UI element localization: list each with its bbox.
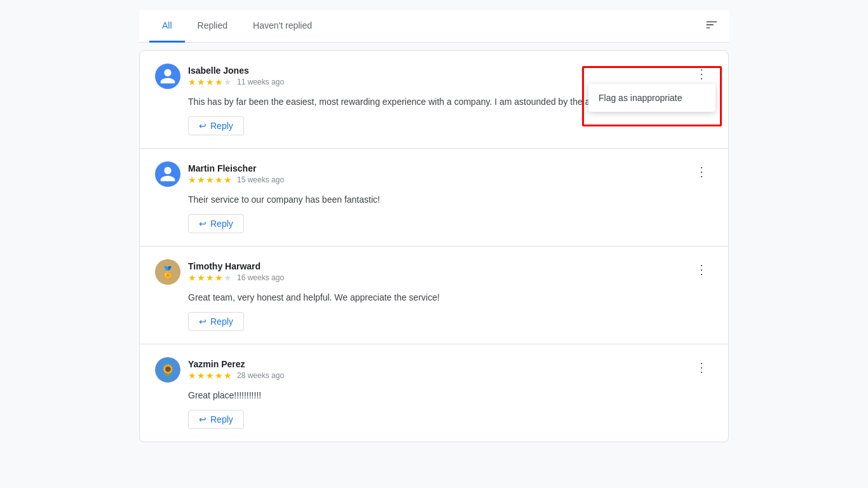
reviewer-details-martin: Martin Fleischer ★ ★ ★ ★ ★ 15 weeks ago (188, 163, 284, 185)
star-3-martin: ★ (206, 175, 214, 185)
reply-arrow-icon-yazmin: ↩ (199, 414, 207, 424)
reviewer-info-isabelle: Isabelle Jones ★ ★ ★ ★ ★ 11 weeks ago (155, 64, 284, 89)
review-time-isabelle: 11 weeks ago (237, 78, 284, 86)
reviewer-details-timothy: Timothy Harward ★ ★ ★ ★ ★ 16 weeks ago (188, 261, 284, 283)
yazmin-avatar-svg: 🌻 (155, 357, 180, 383)
review-card-isabelle: Isabelle Jones ★ ★ ★ ★ ★ 11 weeks ago (140, 51, 728, 149)
review-text-content-yazmin: Great place!!!!!!!!!!! (188, 390, 261, 400)
review-header-martin: Martin Fleischer ★ ★ ★ ★ ★ 15 weeks ago (155, 161, 713, 187)
reply-label-yazmin: Reply (210, 414, 233, 424)
star-2: ★ (197, 77, 205, 87)
reply-button-isabelle[interactable]: ↩ Reply (188, 116, 244, 135)
star-1-timothy: ★ (188, 273, 196, 283)
reply-button-martin[interactable]: ↩ Reply (188, 214, 244, 233)
svg-text:🏅: 🏅 (161, 266, 175, 280)
review-text-timothy: Great team, very honest and helpful. We … (188, 291, 713, 304)
more-options-timothy[interactable]: ⋮ (690, 259, 713, 280)
review-text-martin: Their service to our company has been fa… (188, 193, 713, 207)
reviewer-name-isabelle: Isabelle Jones (188, 65, 284, 76)
star-3: ★ (206, 77, 214, 87)
reply-button-yazmin[interactable]: ↩ Reply (188, 410, 244, 429)
review-header-timothy: 🏅 Timothy Harward ★ ★ ★ ★ ★ (155, 259, 713, 285)
star-5: ★ (224, 77, 232, 87)
tab-havent-replied[interactable]: Haven't replied (240, 10, 325, 43)
stars-yazmin: ★ ★ ★ ★ ★ (188, 370, 232, 381)
star-4-yazmin: ★ (215, 370, 223, 381)
star-3-yazmin: ★ (206, 370, 214, 381)
reviewer-details-yazmin: Yazmin Perez ★ ★ ★ ★ ★ 28 weeks ago (188, 359, 284, 381)
reply-label-isabelle: Reply (210, 121, 233, 131)
star-5-yazmin: ★ (224, 370, 232, 381)
reviewer-name-yazmin: Yazmin Perez (188, 359, 284, 369)
star-1-martin: ★ (188, 175, 196, 185)
review-meta-timothy: ★ ★ ★ ★ ★ 16 weeks ago (188, 273, 284, 283)
star-2-yazmin: ★ (197, 370, 205, 381)
review-meta-yazmin: ★ ★ ★ ★ ★ 28 weeks ago (188, 370, 284, 381)
more-options-yazmin[interactable]: ⋮ (690, 357, 713, 377)
star-5-timothy: ★ (224, 273, 232, 283)
star-2-timothy: ★ (197, 273, 205, 283)
star-2-martin: ★ (197, 175, 205, 185)
stars-martin: ★ ★ ★ ★ ★ (188, 175, 232, 185)
reply-arrow-icon-timothy: ↩ (199, 316, 207, 327)
star-1: ★ (188, 77, 196, 87)
star-3-timothy: ★ (206, 273, 214, 283)
reviewer-info-yazmin: 🌻 Yazmin Perez ★ ★ ★ ★ ★ (155, 357, 284, 383)
avatar-timothy: 🏅 (155, 259, 180, 285)
person-icon-isabelle (159, 67, 177, 85)
review-meta-martin: ★ ★ ★ ★ ★ 15 weeks ago (188, 175, 284, 185)
filter-icon[interactable] (705, 18, 719, 35)
reviewer-details-isabelle: Isabelle Jones ★ ★ ★ ★ ★ 11 weeks ago (188, 65, 284, 87)
review-text-content-martin: Their service to our company has been fa… (188, 194, 380, 205)
review-card-martin: Martin Fleischer ★ ★ ★ ★ ★ 15 weeks ago (140, 149, 728, 247)
star-1-yazmin: ★ (188, 370, 196, 381)
more-options-martin[interactable]: ⋮ (690, 161, 713, 182)
stars-timothy: ★ ★ ★ ★ ★ (188, 273, 232, 283)
dropdown-wrapper-isabelle: ⋮ Flag as inappropriate (690, 64, 713, 84)
reviewer-name-timothy: Timothy Harward (188, 261, 284, 271)
review-time-timothy: 16 weeks ago (237, 273, 284, 282)
review-card-timothy: 🏅 Timothy Harward ★ ★ ★ ★ ★ (140, 247, 728, 344)
reply-label-martin: Reply (210, 219, 233, 229)
reviewer-name-martin: Martin Fleischer (188, 163, 284, 173)
reviewer-info-martin: Martin Fleischer ★ ★ ★ ★ ★ 15 weeks ago (155, 161, 284, 187)
review-header-isabelle: Isabelle Jones ★ ★ ★ ★ ★ 11 weeks ago (155, 64, 713, 89)
star-4: ★ (215, 77, 223, 87)
review-text-content-timothy: Great team, very honest and helpful. We … (188, 292, 440, 302)
reply-label-timothy: Reply (210, 316, 233, 327)
reply-arrow-icon-martin: ↩ (199, 219, 207, 229)
star-4-timothy: ★ (215, 273, 223, 283)
tabs-bar: All Replied Haven't replied (139, 10, 729, 43)
review-meta-isabelle: ★ ★ ★ ★ ★ 11 weeks ago (188, 77, 284, 87)
tab-all[interactable]: All (149, 10, 185, 43)
page-container: All Replied Haven't replied Isabelle (129, 0, 739, 452)
person-icon-martin (159, 165, 177, 183)
avatar-yazmin: 🌻 (155, 357, 180, 383)
review-text-content-isabelle: This has by far been the easiest, most r… (188, 97, 590, 107)
review-card-yazmin: 🌻 Yazmin Perez ★ ★ ★ ★ ★ (140, 344, 728, 442)
reply-button-timothy[interactable]: ↩ Reply (188, 312, 244, 331)
reviewer-info-timothy: 🏅 Timothy Harward ★ ★ ★ ★ ★ (155, 259, 284, 285)
avatar-isabelle (155, 64, 180, 89)
star-5-martin: ★ (224, 175, 232, 185)
stars-isabelle: ★ ★ ★ ★ ★ (188, 77, 232, 87)
dropdown-menu-isabelle: Flag as inappropriate (588, 84, 715, 112)
more-options-isabelle[interactable]: ⋮ (690, 64, 713, 84)
review-time-martin: 15 weeks ago (237, 175, 284, 184)
tab-replied[interactable]: Replied (185, 10, 240, 43)
reviews-container: Isabelle Jones ★ ★ ★ ★ ★ 11 weeks ago (139, 50, 729, 442)
svg-text:🌻: 🌻 (161, 363, 175, 377)
review-time-yazmin: 28 weeks ago (237, 371, 284, 380)
reply-arrow-icon-isabelle: ↩ (199, 121, 207, 131)
flag-inappropriate-isabelle[interactable]: Flag as inappropriate (588, 86, 715, 109)
review-text-yazmin: Great place!!!!!!!!!!! (188, 389, 713, 402)
avatar-martin (155, 161, 180, 187)
star-4-martin: ★ (215, 175, 223, 185)
review-header-yazmin: 🌻 Yazmin Perez ★ ★ ★ ★ ★ (155, 357, 713, 383)
timothy-avatar-svg: 🏅 (155, 259, 180, 285)
